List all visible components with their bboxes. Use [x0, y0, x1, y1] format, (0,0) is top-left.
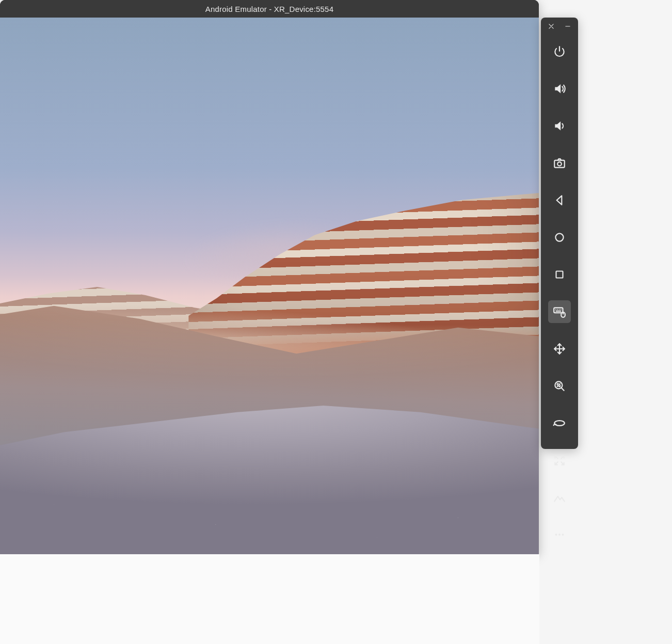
- toolbar-top-controls: [541, 18, 578, 33]
- camera-icon: [553, 156, 566, 170]
- volume-up-icon: [553, 82, 566, 95]
- power-icon: [553, 45, 566, 58]
- more-icon: [553, 528, 566, 541]
- overview-button[interactable]: [548, 263, 571, 286]
- emulator-toolbar: [541, 18, 578, 449]
- reset-view-icon: [553, 454, 566, 467]
- move-icon: [553, 342, 566, 356]
- svg-point-14: [562, 534, 564, 536]
- zoom-icon: [553, 379, 566, 393]
- svg-point-6: [557, 309, 558, 310]
- home-icon: [553, 231, 566, 244]
- toolbar-button-list: [541, 40, 578, 546]
- pan-button[interactable]: [548, 337, 571, 360]
- window-titlebar[interactable]: Android Emulator - XR_Device:5554: [0, 0, 539, 18]
- svg-rect-0: [554, 160, 565, 168]
- power-button[interactable]: [548, 40, 571, 63]
- svg-point-7: [559, 309, 560, 310]
- overview-icon: [553, 268, 566, 281]
- volume-up-button[interactable]: [548, 77, 571, 100]
- more-button[interactable]: [548, 523, 571, 546]
- screenshot-button[interactable]: [548, 152, 571, 174]
- svg-point-5: [555, 309, 556, 310]
- below-emulator-area: [0, 554, 539, 644]
- volume-down-icon: [553, 119, 566, 133]
- svg-point-13: [558, 534, 561, 536]
- back-button[interactable]: [548, 189, 571, 212]
- svg-rect-3: [556, 271, 563, 278]
- svg-point-2: [555, 233, 563, 241]
- close-button[interactable]: [546, 22, 556, 31]
- rotate-icon: [553, 416, 566, 430]
- landscape-icon: [553, 491, 566, 504]
- environment-button[interactable]: [548, 486, 571, 509]
- keyboard-mouse-icon: [553, 305, 566, 318]
- emulator-window: Android Emulator - XR_Device:5554: [0, 0, 539, 554]
- minimize-button[interactable]: [563, 22, 573, 31]
- emulator-viewport[interactable]: [0, 18, 539, 554]
- rotate-view-button[interactable]: [548, 412, 571, 434]
- svg-point-1: [557, 162, 562, 166]
- reset-view-button[interactable]: [548, 449, 571, 472]
- window-title: Android Emulator - XR_Device:5554: [205, 5, 333, 13]
- svg-point-12: [555, 534, 557, 536]
- zoom-button[interactable]: [548, 375, 571, 397]
- volume-down-button[interactable]: [548, 115, 571, 137]
- input-mode-button[interactable]: [548, 300, 571, 323]
- back-icon: [553, 194, 566, 207]
- minimize-icon: [564, 23, 571, 30]
- svg-rect-4: [554, 308, 563, 313]
- svg-point-8: [561, 309, 562, 310]
- close-icon: [548, 23, 555, 30]
- home-button[interactable]: [548, 226, 571, 249]
